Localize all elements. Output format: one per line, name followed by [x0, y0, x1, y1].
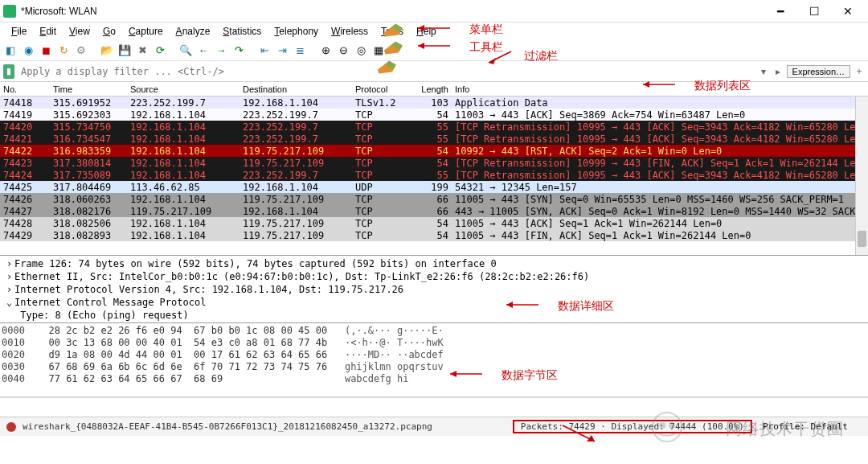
detail-row[interactable]: ›Internet Protocol Version 4, Src: 192.1…: [5, 283, 863, 296]
col-header-info[interactable]: Info: [452, 84, 868, 94]
table-row[interactable]: 74419315.692303192.168.1.104223.252.199.…: [0, 109, 868, 121]
menu-bar: FileEditViewGoCaptureAnalyzeStatisticsTe…: [0, 23, 868, 40]
go-forward-icon[interactable]: →: [214, 43, 228, 58]
display-filter-input[interactable]: [18, 64, 755, 79]
bookmark-icon[interactable]: ▮: [3, 64, 14, 79]
zoom-reset-icon[interactable]: ◎: [354, 43, 368, 58]
col-header-source[interactable]: Source: [127, 84, 240, 94]
window-buttons: ━ ☐ ✕: [764, 1, 865, 22]
reload-icon[interactable]: ⟳: [153, 43, 167, 58]
options-icon[interactable]: ⚙: [74, 43, 88, 58]
menu-file[interactable]: File: [5, 24, 33, 39]
col-header-no[interactable]: No.: [0, 84, 50, 94]
detail-row[interactable]: ›Ethernet II, Src: IntelCor_b0:b0:1c (e0…: [5, 270, 863, 283]
detail-row[interactable]: ›Frame 126: 74 bytes on wire (592 bits),…: [5, 257, 863, 270]
table-row[interactable]: 74424317.735089192.168.1.104223.252.199.…: [0, 169, 868, 181]
expand-icon[interactable]: ›: [6, 257, 14, 270]
filter-history-icon[interactable]: ▸: [772, 66, 784, 77]
packet-details-pane[interactable]: ›Frame 126: 74 bytes on wire (592 bits),…: [0, 256, 868, 323]
restart-capture-icon[interactable]: ↻: [56, 43, 71, 58]
zoom-in-icon[interactable]: ⊕: [318, 43, 333, 58]
byte-row[interactable]: 0000 28 2c b2 e2 26 f6 e0 94 67 b0 b0 1c…: [2, 325, 866, 337]
table-row[interactable]: 74427318.082176119.75.217.109192.168.1.1…: [0, 205, 868, 217]
byte-row[interactable]: 0030 67 68 69 6a 6b 6c 6d 6e 6f 70 71 72…: [2, 361, 866, 373]
close-file-icon[interactable]: ✖: [135, 43, 149, 58]
packet-list-pane: No. Time Source Destination Protocol Len…: [0, 82, 868, 256]
last-packet-icon[interactable]: ⇥: [275, 43, 289, 58]
toolbar: ◧ ◉ ◼ ↻ ⚙ 📂 💾 ✖ ⟳ 🔍 ← → ↷ ⇤ ⇥ ≣ ⊕ ⊖ ◎ ▦: [0, 40, 868, 61]
packet-list-header: No. Time Source Destination Protocol Len…: [0, 82, 868, 96]
expand-icon[interactable]: [6, 309, 14, 322]
table-row[interactable]: 74423317.380814192.168.1.104119.75.217.1…: [0, 157, 868, 169]
menu-tools[interactable]: Tools: [375, 24, 410, 39]
expression-button[interactable]: Expression…: [787, 65, 850, 78]
title-bar: *Microsoft: WLAN ━ ☐ ✕: [0, 0, 868, 23]
status-bar: wireshark_{0488032A-EEAF-41B4-B545-0B726…: [0, 417, 868, 436]
first-packet-icon[interactable]: ⇤: [257, 43, 272, 58]
filter-bar: ▮ ▾ ▸ Expression… ＋: [0, 61, 868, 82]
packet-bytes-pane[interactable]: 0000 28 2c b2 e2 26 f6 e0 94 67 b0 b0 1c…: [0, 323, 868, 397]
status-profile[interactable]: Profile: Default: [755, 421, 868, 432]
col-header-time[interactable]: Time: [50, 84, 127, 94]
go-to-icon[interactable]: ↷: [231, 43, 246, 58]
menu-edit[interactable]: Edit: [33, 24, 63, 39]
table-row[interactable]: 74421316.734547192.168.1.104223.252.199.…: [0, 133, 868, 145]
interfaces-icon[interactable]: ◧: [3, 43, 18, 58]
filter-dropdown-icon[interactable]: ▾: [758, 66, 769, 77]
open-file-icon[interactable]: 📂: [100, 43, 114, 58]
expand-icon[interactable]: ›: [6, 283, 14, 296]
table-row[interactable]: 74422316.983359192.168.1.104119.75.217.1…: [0, 145, 868, 157]
detail-row[interactable]: Type: 8 (Echo (ping) request): [5, 309, 863, 322]
status-stats: Packets: 74429 · Displayed: 74444 (100.0…: [513, 420, 752, 433]
maximize-button[interactable]: ☐: [797, 1, 831, 22]
autoscroll-icon[interactable]: ≣: [293, 43, 307, 58]
close-button[interactable]: ✕: [831, 1, 865, 22]
menu-wireless[interactable]: Wireless: [325, 24, 375, 39]
minimize-button[interactable]: ━: [764, 1, 797, 22]
app-logo-icon: [3, 5, 16, 18]
resize-columns-icon[interactable]: ▦: [371, 43, 386, 58]
scrollbar-thumb[interactable]: [858, 231, 866, 247]
menu-go[interactable]: Go: [96, 24, 122, 39]
byte-row[interactable]: 0010 00 3c 13 68 00 00 40 01 54 e3 c0 a8…: [2, 337, 866, 349]
save-file-icon[interactable]: 💾: [117, 43, 132, 58]
menu-capture[interactable]: Capture: [122, 24, 170, 39]
add-button-icon[interactable]: ＋: [854, 64, 865, 78]
find-icon[interactable]: 🔍: [178, 43, 193, 58]
table-row[interactable]: 74428318.082506192.168.1.104119.75.217.1…: [0, 217, 868, 229]
detail-row[interactable]: ⌄Internet Control Message Protocol: [5, 296, 863, 309]
menu-statistics[interactable]: Statistics: [216, 24, 268, 39]
spacer-bar: [0, 397, 868, 417]
byte-row[interactable]: 0040 77 61 62 63 64 65 66 67 68 69 wabcd…: [2, 373, 866, 385]
col-header-dest[interactable]: Destination: [240, 84, 352, 94]
table-row[interactable]: 74426318.060263192.168.1.104119.75.217.1…: [0, 193, 868, 205]
stop-capture-icon[interactable]: ◼: [39, 43, 53, 58]
start-capture-icon[interactable]: ◉: [21, 43, 35, 58]
byte-row[interactable]: 0020 d9 1a 08 00 4d 44 00 01 00 17 61 62…: [2, 349, 866, 361]
window-title: *Microsoft: WLAN: [21, 6, 764, 17]
status-file: wireshark_{0488032A-EEAF-41B4-B545-0B726…: [23, 421, 513, 432]
col-header-length[interactable]: Length: [410, 84, 452, 94]
menu-analyze[interactable]: Analyze: [170, 24, 217, 39]
go-back-icon[interactable]: ←: [196, 43, 211, 58]
table-row[interactable]: 74418315.691952223.252.199.7192.168.1.10…: [0, 96, 868, 109]
vertical-scrollbar[interactable]: [855, 96, 868, 255]
table-row[interactable]: 74425317.804469113.46.62.85192.168.1.104…: [0, 181, 868, 193]
expert-info-icon[interactable]: [6, 422, 16, 432]
col-header-proto[interactable]: Protocol: [352, 84, 410, 94]
expand-icon[interactable]: ›: [6, 270, 14, 283]
zoom-out-icon[interactable]: ⊖: [336, 43, 350, 58]
table-row[interactable]: 74420315.734750192.168.1.104223.252.199.…: [0, 121, 868, 133]
menu-view[interactable]: View: [63, 24, 96, 39]
menu-telephony[interactable]: Telephony: [268, 24, 325, 39]
menu-help[interactable]: Help: [410, 24, 443, 39]
svg-marker-13: [587, 435, 595, 441]
expand-icon[interactable]: ⌄: [6, 296, 14, 309]
packet-list-body[interactable]: 74418315.691952223.252.199.7192.168.1.10…: [0, 96, 868, 241]
table-row[interactable]: 74429318.082893192.168.1.104119.75.217.1…: [0, 229, 868, 241]
